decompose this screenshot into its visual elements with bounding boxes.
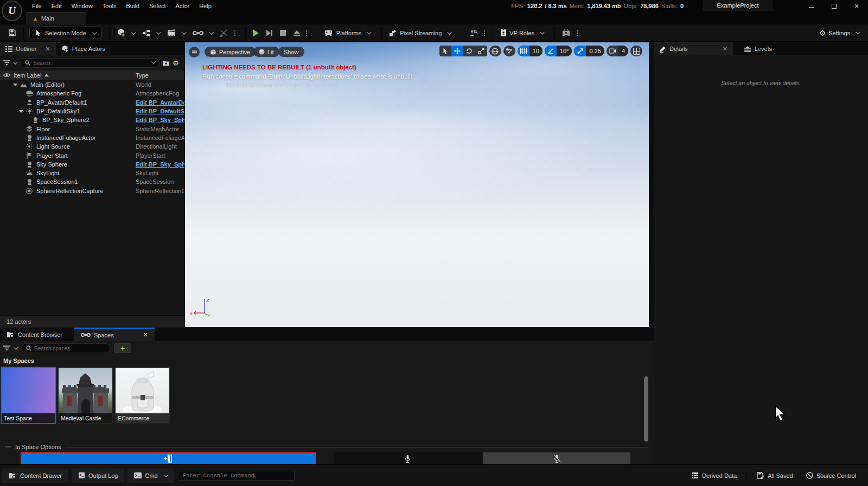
rotate-tool-button[interactable]	[463, 46, 475, 56]
tab-content-browser[interactable]: Content Browser	[0, 328, 69, 341]
tab-spaces[interactable]: Spaces ✕	[74, 328, 155, 341]
menu-file[interactable]: File	[27, 1, 47, 11]
tab-main-level[interactable]: ▲ Main	[26, 12, 86, 24]
brush-button[interactable]	[216, 27, 232, 39]
table-row[interactable]: Sky SphereEdit BP_Sky_Sphe	[0, 160, 184, 169]
camera-speed-button[interactable]	[607, 46, 618, 56]
table-row[interactable]: SphereReflectionCaptureSphereReflectionC	[0, 187, 184, 195]
menu-select[interactable]: Select	[144, 1, 171, 11]
save-button[interactable]	[4, 27, 20, 39]
menu-build[interactable]: Build	[122, 1, 144, 11]
menu-window[interactable]: Window	[67, 1, 98, 11]
unreal-logo-icon[interactable]: U	[2, 1, 22, 21]
spaces-search-input[interactable]	[34, 346, 106, 351]
surface-snapping-button[interactable]	[503, 46, 515, 56]
menu-help[interactable]: Help	[194, 1, 216, 11]
play-button[interactable]	[249, 27, 263, 39]
settings-dropdown[interactable]: ⚙ Settings	[815, 27, 863, 40]
chevron-down-icon[interactable]	[13, 60, 17, 64]
minimize-button[interactable]	[800, 0, 822, 12]
multi-user-dots[interactable]	[482, 30, 487, 36]
maximize-button[interactable]	[822, 0, 845, 12]
multi-user-button[interactable]	[465, 27, 482, 39]
cinematics-dropdown[interactable]	[163, 27, 189, 39]
space-card[interactable]: Medieval Castle	[58, 367, 113, 424]
table-row[interactable]: BP_DefaultSky1Edit BP_DefaultSk	[0, 107, 184, 116]
lit-mode-dropdown[interactable]: Lit	[253, 47, 279, 57]
space-card[interactable]: ECommerce	[115, 367, 170, 424]
microphone-mute-button[interactable]	[483, 452, 630, 465]
actor-label[interactable]: BP_AvatarDefault1	[36, 99, 87, 106]
camera-speed-value[interactable]: 4	[618, 46, 628, 56]
console-command-input[interactable]	[178, 471, 295, 481]
expand-arrow-icon[interactable]	[19, 110, 23, 113]
actor-label[interactable]: Atmospheric Fog	[36, 90, 81, 97]
content-drawer-button[interactable]: Content Drawer	[2, 469, 68, 483]
table-row[interactable]: BP_Sky_Sphere2Edit BP_Sky_Sphe	[0, 116, 184, 124]
close-button[interactable]: ×	[845, 0, 868, 12]
outliner-settings-gear-icon[interactable]: ⚙	[173, 59, 179, 67]
table-row[interactable]: SkyLightSkyLight	[0, 169, 184, 177]
blueprints-dropdown[interactable]	[138, 27, 163, 39]
vp-roles-dropdown[interactable]: VP Roles	[496, 27, 547, 39]
actor-label[interactable]: Sky Sphere	[36, 161, 67, 168]
virtual-camera-dots[interactable]	[575, 30, 580, 36]
select-tool-button[interactable]	[439, 46, 451, 56]
actor-label[interactable]: Player Start	[36, 152, 67, 159]
tab-levels[interactable]: Levels	[738, 42, 777, 55]
source-control-button[interactable]: Source Control	[800, 469, 863, 483]
actor-label[interactable]: BP_DefaultSky1	[36, 108, 80, 114]
actor-label[interactable]: SphereReflectionCapture	[36, 188, 104, 194]
cmd-dropdown[interactable]: Cmd	[127, 469, 173, 483]
tab-details[interactable]: Details ✕	[654, 42, 733, 55]
show-dropdown[interactable]: Show	[278, 47, 304, 57]
table-row[interactable]: Player StartPlayerStart	[0, 151, 184, 159]
scale-tool-button[interactable]	[475, 46, 487, 56]
table-row[interactable]: SpaceSession1SpaceSession	[0, 177, 184, 186]
tab-place-actors[interactable]: Place Actors	[56, 42, 111, 55]
actor-type-link[interactable]: Edit BP_DefaultSk	[136, 108, 184, 114]
actor-label[interactable]: Floor	[36, 126, 50, 132]
spaces-scrollbar[interactable]	[644, 376, 648, 442]
play-options-dots[interactable]	[304, 30, 309, 36]
grid-snap-toggle[interactable]	[518, 46, 529, 56]
viewport-menu-button[interactable]	[189, 47, 200, 57]
virtual-camera-button[interactable]	[558, 27, 575, 39]
column-item-label[interactable]: Item Label	[14, 72, 41, 79]
move-tool-button[interactable]	[451, 46, 463, 56]
stop-button[interactable]	[276, 28, 290, 38]
filter-icon[interactable]	[3, 346, 10, 351]
pixel-streaming-dropdown[interactable]: Pixel Streaming	[385, 27, 454, 39]
actor-label[interactable]: InstancedFoliageActor	[36, 135, 95, 141]
frame-skip-button[interactable]	[263, 28, 276, 39]
table-row[interactable]: Atmospheric FogAtmosphericFog	[0, 89, 184, 98]
outliner-search-input[interactable]	[33, 60, 146, 66]
close-icon[interactable]: ✕	[46, 46, 50, 53]
close-icon[interactable]: ✕	[723, 46, 727, 53]
chevron-down-icon[interactable]	[152, 59, 156, 63]
selection-mode-dropdown[interactable]: Selection Mode	[29, 27, 101, 39]
viewport-layout-button[interactable]	[630, 46, 642, 56]
rotation-snap-value[interactable]: 10°	[557, 46, 572, 56]
table-row[interactable]: FloorStaticMeshActor	[0, 124, 184, 133]
new-folder-icon[interactable]	[162, 60, 170, 66]
actor-type-link[interactable]: Edit BP_Sky_Sphe	[136, 117, 184, 123]
menu-tools[interactable]: Tools	[98, 1, 122, 11]
column-type[interactable]: Type	[136, 72, 149, 79]
table-row[interactable]: BP_AvatarDefault1Edit BP_AvatarDe	[0, 98, 184, 107]
add-space-button[interactable]: +	[114, 343, 131, 353]
all-saved-button[interactable]: All Saved	[750, 469, 799, 483]
filter-icon[interactable]	[3, 60, 10, 66]
derived-data-button[interactable]: Derived Data	[685, 469, 743, 483]
actor-type-link[interactable]: Edit BP_AvatarDe	[136, 99, 184, 106]
actor-label[interactable]: SkyLight	[36, 170, 59, 176]
expand-arrow-icon[interactable]	[13, 84, 17, 86]
add-actor-dropdown[interactable]	[113, 26, 138, 40]
menu-actor[interactable]: Actor	[171, 1, 195, 11]
leave-space-button[interactable]	[21, 452, 316, 465]
scale-snap-value[interactable]: 0.25	[586, 46, 604, 56]
actor-label[interactable]: BP_Sky_Sphere2	[42, 117, 90, 123]
rotation-snap-toggle[interactable]	[545, 46, 557, 56]
platforms-dropdown[interactable]: Platforms	[321, 28, 374, 39]
grid-snap-value[interactable]: 10	[529, 46, 542, 56]
